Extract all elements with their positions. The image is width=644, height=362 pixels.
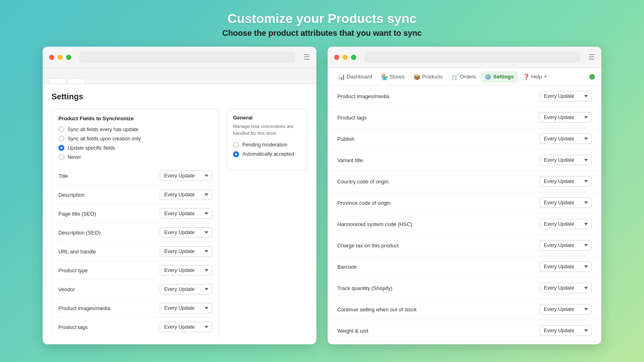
left-field-label-5: Product type xyxy=(58,267,88,274)
left-field-row-4: URL and handleEvery UpdateUpdate EveryNe… xyxy=(58,242,212,261)
dot-red[interactable] xyxy=(49,55,54,60)
windows-container: ☰ Settings Product Fields to Synchronize xyxy=(0,47,644,344)
right-field-label-2: Publish xyxy=(337,136,355,142)
help-chevron: ▼ xyxy=(543,74,547,79)
radio-never[interactable]: Never xyxy=(58,154,212,160)
right-field-row-4: Country code of originEvery UpdateUpdate… xyxy=(328,171,601,192)
right-field-label-7: Charge tax on this product xyxy=(337,243,398,249)
general-box: General Manage how connections are handl… xyxy=(227,109,308,170)
left-tab-2[interactable] xyxy=(68,78,85,84)
right-fields-container: Product images/mediaEvery UpdateUpdate E… xyxy=(328,86,601,343)
left-field-label-2: Page title (SEO) xyxy=(58,211,96,217)
right-field-select-9[interactable]: Every UpdateUpdate EveryNeverCreation On… xyxy=(539,283,592,293)
left-col: Product Fields to Synchronize Sync all f… xyxy=(52,109,219,337)
page-subtitle: Choose the product attributes that you w… xyxy=(222,29,422,38)
left-field-label-6: Vendor xyxy=(58,286,75,292)
radio-auto-circle xyxy=(233,151,239,157)
right-field-row-10: Continue selling when out of stockEvery … xyxy=(328,299,601,320)
right-field-row-12: Fulfillment ServiceEvery UpdateUpdate Ev… xyxy=(328,341,601,343)
nav-products[interactable]: 📦 Products xyxy=(409,71,446,82)
nav-settings[interactable]: ⚙️ Settings xyxy=(481,71,518,82)
left-field-label-0: Title xyxy=(58,173,68,179)
right-field-row-9: Track quantity (Shopify)Every UpdateUpda… xyxy=(328,278,601,299)
right-field-select-8[interactable]: Every UpdateUpdate EveryNeverCreation On… xyxy=(539,261,592,272)
right-field-select-3[interactable]: Every UpdateUpdate EveryNeverCreation On… xyxy=(539,155,592,165)
radio-circle-1 xyxy=(58,126,64,132)
status-dot xyxy=(589,74,595,80)
left-field-label-7: Product images/media xyxy=(58,305,110,311)
radio-auto-accepted[interactable]: Automatically accepted xyxy=(233,151,301,157)
right-field-select-1[interactable]: Every UpdateUpdate EveryNeverCreation On… xyxy=(539,112,592,123)
right-hamburger-icon[interactable]: ☰ xyxy=(588,53,595,62)
right-field-select-0[interactable]: Every UpdateUpdate EveryNeverCreation On… xyxy=(539,91,592,101)
left-field-row-7: Product images/mediaEvery UpdateUpdate E… xyxy=(58,299,212,318)
right-field-row-3: Variant titleEvery UpdateUpdate EveryNev… xyxy=(328,150,601,171)
orders-icon: 🛒 xyxy=(452,74,458,80)
right-dot-green[interactable] xyxy=(351,55,356,60)
right-field-select-5[interactable]: Every UpdateUpdate EveryNeverCreation On… xyxy=(539,197,592,208)
radio-sync-creation[interactable]: Sync all fields upon creation only xyxy=(58,136,212,142)
left-field-select-6[interactable]: Every UpdateUpdate EveryNeverCreation On… xyxy=(160,284,212,294)
right-field-row-7: Charge tax on this productEvery UpdateUp… xyxy=(328,235,601,256)
left-field-select-3[interactable]: Every UpdateUpdate EveryNeverCreation On… xyxy=(160,227,212,238)
left-field-select-0[interactable]: Every UpdateUpdate EveryNeverCreation On… xyxy=(160,171,212,181)
right-field-label-3: Variant title xyxy=(337,157,363,163)
right-field-row-11: Weight & unitEvery UpdateUpdate EveryNev… xyxy=(328,320,601,341)
left-settings-content: Settings Product Fields to Synchronize S… xyxy=(43,84,316,337)
products-icon: 📦 xyxy=(413,74,420,80)
left-field-select-7[interactable]: Every UpdateUpdate EveryNeverCreation On… xyxy=(160,303,212,313)
left-tabs xyxy=(43,68,316,84)
left-field-row-3: Description (SEO)Every UpdateUpdate Ever… xyxy=(58,223,212,242)
right-field-select-7[interactable]: Every UpdateUpdate EveryNeverCreation On… xyxy=(539,240,592,251)
right-field-select-11[interactable]: Every UpdateUpdate EveryNeverCreation On… xyxy=(539,325,592,336)
left-field-select-5[interactable]: Every UpdateUpdate EveryNeverCreation On… xyxy=(160,265,212,276)
dot-green[interactable] xyxy=(66,55,71,60)
right-field-select-2[interactable]: Every UpdateUpdate EveryNeverCreation On… xyxy=(539,134,592,144)
right-field-label-11: Weight & unit xyxy=(337,328,368,334)
right-window: ☰ 📊 Dashboard 🏪 Stores 📦 Products 🛒 Orde… xyxy=(328,47,601,344)
nav-stores[interactable]: 🏪 Stores xyxy=(377,71,409,82)
right-field-row-1: Product tagsEvery UpdateUpdate EveryNeve… xyxy=(328,107,601,128)
right-dot-red[interactable] xyxy=(334,55,339,60)
left-window: ☰ Settings Product Fields to Synchronize xyxy=(43,47,316,344)
right-field-label-4: Country code of origin xyxy=(337,179,388,185)
left-field-row-8: Product tagsEvery UpdateUpdate EveryNeve… xyxy=(58,318,212,336)
left-tab[interactable] xyxy=(49,78,66,84)
radio-sync-all-update[interactable]: Sync all fields every has update xyxy=(58,126,212,132)
page-header: Customize your Products sync Choose the … xyxy=(222,0,422,47)
address-bar xyxy=(79,51,295,63)
radio-pending[interactable]: Pending moderation xyxy=(233,142,301,148)
left-field-row-6: VendorEvery UpdateUpdate EveryNeverCreat… xyxy=(58,280,212,299)
radio-update-specific[interactable]: Update specific fields xyxy=(58,145,212,151)
left-field-select-8[interactable]: Every UpdateUpdate EveryNeverCreation On… xyxy=(160,322,212,332)
product-fields-title: Product Fields to Synchronize xyxy=(58,115,212,121)
left-field-select-2[interactable]: Every UpdateUpdate EveryNeverCreation On… xyxy=(160,208,212,219)
right-field-row-8: BarcodeEvery UpdateUpdate EveryNeverCrea… xyxy=(328,256,601,278)
nav-orders[interactable]: 🛒 Orders xyxy=(448,71,480,82)
hamburger-icon[interactable]: ☰ xyxy=(303,53,310,62)
right-field-label-5: Province code of origin xyxy=(337,200,390,206)
left-field-row-0: TitleEvery UpdateUpdate EveryNeverCreati… xyxy=(58,167,212,185)
left-field-select-4[interactable]: Every UpdateUpdate EveryNeverCreation On… xyxy=(160,246,212,257)
radio-circle-3 xyxy=(58,145,64,151)
dot-yellow[interactable] xyxy=(58,55,63,60)
left-field-label-1: Description xyxy=(58,192,85,198)
radio-group: Sync all fields every has update Sync al… xyxy=(58,126,212,160)
right-field-label-1: Product tags xyxy=(337,115,367,121)
left-field-label-3: Description (SEO) xyxy=(58,230,101,236)
dashboard-icon: 📊 xyxy=(338,74,345,80)
right-nav: 📊 Dashboard 🏪 Stores 📦 Products 🛒 Orders… xyxy=(328,68,601,86)
right-field-select-4[interactable]: Every UpdateUpdate EveryNeverCreation On… xyxy=(539,176,592,187)
right-address-bar xyxy=(364,51,580,63)
field-rows: TitleEvery UpdateUpdate EveryNeverCreati… xyxy=(58,167,212,336)
right-field-label-9: Track quantity (Shopify) xyxy=(337,285,392,291)
right-field-select-10[interactable]: Every UpdateUpdate EveryNeverCreation On… xyxy=(539,304,592,315)
left-field-label-8: Product tags xyxy=(58,324,88,330)
right-field-row-2: PublishEvery UpdateUpdate EveryNeverCrea… xyxy=(328,128,601,150)
radio-circle-4 xyxy=(58,154,64,160)
nav-help[interactable]: ❓ Help ▼ xyxy=(519,71,552,82)
nav-dashboard[interactable]: 📊 Dashboard xyxy=(334,71,376,82)
right-field-select-6[interactable]: Every UpdateUpdate EveryNeverCreation On… xyxy=(539,219,592,229)
right-dot-yellow[interactable] xyxy=(343,55,348,60)
left-field-select-1[interactable]: Every UpdateUpdate EveryNeverCreation On… xyxy=(160,189,212,200)
